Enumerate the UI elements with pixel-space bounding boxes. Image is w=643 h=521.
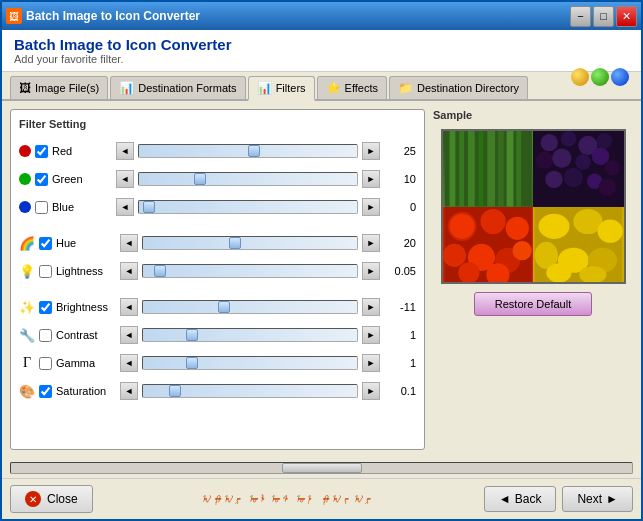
next-arrow-icon: ► — [606, 492, 618, 506]
image-files-icon: 🖼 — [19, 81, 31, 95]
filter-row-brightness: ✨ Brightness ◄ ► -11 — [19, 294, 416, 320]
svg-rect-1 — [449, 131, 455, 207]
lightness-icon: 💡 — [19, 264, 35, 279]
gamma-icon: Γ — [19, 355, 35, 371]
filter-row-saturation: 🎨 Saturation ◄ ► 0.1 — [19, 378, 416, 404]
checkbox-brightness[interactable] — [39, 301, 52, 314]
arrow-right-green[interactable]: ► — [362, 170, 380, 188]
svg-point-17 — [592, 147, 609, 164]
arrow-left-brightness[interactable]: ◄ — [120, 298, 138, 316]
arrow-right-red[interactable]: ► — [362, 142, 380, 160]
brightness-icon: ✨ — [19, 300, 35, 315]
svg-point-31 — [512, 240, 531, 259]
restore-default-button[interactable]: Restore Default — [474, 292, 592, 316]
scrollbar-track[interactable] — [10, 462, 633, 474]
label-gamma: Gamma — [56, 357, 116, 369]
tab-destination-formats-label: Destination Formats — [138, 82, 236, 94]
svg-point-16 — [575, 154, 590, 169]
svg-point-26 — [480, 208, 505, 233]
slider-saturation[interactable] — [142, 384, 358, 398]
tab-image-files[interactable]: 🖼 Image File(s) — [10, 76, 108, 99]
arrow-right-brightness[interactable]: ► — [362, 298, 380, 316]
logo-ball-yellow — [571, 68, 589, 86]
slider-red[interactable] — [138, 144, 358, 158]
sample-q1 — [443, 131, 534, 207]
arrow-right-lightness[interactable]: ► — [362, 262, 380, 280]
tab-effects[interactable]: ⭐ Effects — [317, 76, 387, 99]
checkbox-hue[interactable] — [39, 237, 52, 250]
svg-point-20 — [564, 168, 583, 187]
close-button[interactable]: ✕ Close — [10, 485, 93, 513]
checkbox-green[interactable] — [35, 173, 48, 186]
close-icon: ✕ — [25, 491, 41, 507]
arrow-left-red[interactable]: ◄ — [116, 142, 134, 160]
filter-row-red: Red ◄ ► 25 — [19, 138, 416, 164]
arrow-left-blue[interactable]: ◄ — [116, 198, 134, 216]
label-contrast: Contrast — [56, 329, 116, 341]
slider-blue[interactable] — [138, 200, 358, 214]
slider-hue[interactable] — [142, 236, 358, 250]
minimize-button[interactable]: − — [570, 6, 591, 27]
maximize-button[interactable]: □ — [593, 6, 614, 27]
svg-point-15 — [552, 148, 571, 167]
sample-panel: Sample — [433, 109, 633, 450]
tab-filters-label: Filters — [276, 82, 306, 94]
next-label: Next — [577, 492, 602, 506]
arrow-right-saturation[interactable]: ► — [362, 382, 380, 400]
checkbox-contrast[interactable] — [39, 329, 52, 342]
arrow-right-gamma[interactable]: ► — [362, 354, 380, 372]
tab-destination-directory-label: Destination Directory — [417, 82, 519, 94]
value-blue: 0 — [384, 201, 416, 213]
checkbox-lightness[interactable] — [39, 265, 52, 278]
arrow-left-hue[interactable]: ◄ — [120, 234, 138, 252]
label-blue: Blue — [52, 201, 112, 213]
arrow-left-gamma[interactable]: ◄ — [120, 354, 138, 372]
svg-rect-4 — [478, 131, 483, 207]
value-lightness: 0.05 — [384, 265, 416, 277]
svg-point-35 — [539, 213, 570, 238]
color-dot-green — [19, 173, 31, 185]
filter-setting-title: Filter Setting — [19, 118, 416, 130]
arrow-right-hue[interactable]: ► — [362, 234, 380, 252]
window-title: Batch Image to Icon Converter — [26, 9, 200, 23]
value-saturation: 0.1 — [384, 385, 416, 397]
checkbox-saturation[interactable] — [39, 385, 52, 398]
svg-point-22 — [599, 178, 616, 195]
logo-ball-green — [591, 68, 609, 86]
tab-filters[interactable]: 📊 Filters — [248, 76, 315, 101]
slider-green[interactable] — [138, 172, 358, 186]
svg-point-28 — [443, 243, 466, 266]
slider-brightness[interactable] — [142, 300, 358, 314]
filter-row-hue: 🌈 Hue ◄ ► 20 — [19, 230, 416, 256]
filter-row-gamma: Γ Gamma ◄ ► 1 — [19, 350, 416, 376]
scrollbar-thumb — [282, 463, 362, 473]
label-lightness: Lightness — [56, 265, 116, 277]
food-svg-q3 — [443, 207, 534, 283]
back-button[interactable]: ◄ Back — [484, 486, 557, 512]
food-svg-q1 — [443, 131, 534, 207]
arrow-right-blue[interactable]: ► — [362, 198, 380, 216]
tab-destination-formats[interactable]: 📊 Destination Formats — [110, 76, 245, 99]
tab-destination-directory[interactable]: 📁 Destination Directory — [389, 76, 528, 99]
tab-image-files-label: Image File(s) — [35, 82, 99, 94]
slider-contrast[interactable] — [142, 328, 358, 342]
checkbox-blue[interactable] — [35, 201, 48, 214]
slider-gamma[interactable] — [142, 356, 358, 370]
arrow-left-saturation[interactable]: ◄ — [120, 382, 138, 400]
filter-row-blue: Blue ◄ ► 0 — [19, 194, 416, 220]
window-close-button[interactable]: ✕ — [616, 6, 637, 27]
svg-point-32 — [458, 262, 479, 282]
value-brightness: -11 — [384, 301, 416, 313]
app-icon: 🖼 — [6, 8, 22, 24]
next-button[interactable]: Next ► — [562, 486, 633, 512]
sample-q4 — [533, 207, 624, 283]
arrow-left-lightness[interactable]: ◄ — [120, 262, 138, 280]
arrow-left-green[interactable]: ◄ — [116, 170, 134, 188]
svg-point-27 — [505, 216, 528, 239]
checkbox-gamma[interactable] — [39, 357, 52, 370]
checkbox-red[interactable] — [35, 145, 48, 158]
arrow-left-contrast[interactable]: ◄ — [120, 326, 138, 344]
arrow-right-contrast[interactable]: ► — [362, 326, 380, 344]
slider-lightness[interactable] — [142, 264, 358, 278]
svg-point-10 — [541, 134, 558, 151]
